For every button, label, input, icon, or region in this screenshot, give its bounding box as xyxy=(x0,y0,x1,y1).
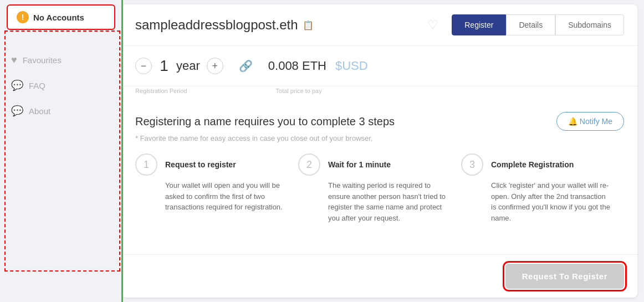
tab-buttons: Register Details Subdomains xyxy=(452,14,624,35)
steps-section: Registering a name requires you to compl… xyxy=(122,101,637,254)
no-accounts-label: No Accounts xyxy=(33,13,84,22)
step-2-title: Wait for 1 minute xyxy=(328,160,391,169)
warning-icon: ! xyxy=(17,11,29,23)
step-1-number: 1 xyxy=(135,153,157,176)
main-content: sampleaddressblogpost.eth 📋 ♡ Register D… xyxy=(122,4,637,298)
step-1-description: Your wallet will open and you will be as… xyxy=(135,180,285,213)
step-1-title: Request to register xyxy=(165,160,236,169)
tab-subdomains[interactable]: Subdomains xyxy=(555,14,624,35)
footer: Request To Register xyxy=(122,254,637,298)
favourite-icon[interactable]: ♡ xyxy=(427,18,438,32)
step-1-header: 1 Request to register xyxy=(135,153,285,176)
period-labels: Registration Period Total price to pay xyxy=(122,86,637,101)
step-2-description: The waiting period is required to ensure… xyxy=(298,180,448,223)
tab-register[interactable]: Register xyxy=(452,14,506,35)
steps-grid: 1 Request to register Your wallet will o… xyxy=(135,153,624,223)
copy-icon[interactable]: 📋 xyxy=(303,20,314,30)
decrease-period-button[interactable]: − xyxy=(135,58,152,74)
heart-icon: ♥ xyxy=(11,54,17,66)
sidebar-green-divider xyxy=(121,0,123,302)
year-count: 1 xyxy=(159,57,170,75)
domain-title: sampleaddressblogpost.eth xyxy=(135,17,298,33)
domain-header: sampleaddressblogpost.eth 📋 ♡ Register D… xyxy=(122,4,637,46)
step-2-number: 2 xyxy=(298,153,320,176)
sidebar-item-label: About xyxy=(29,106,50,116)
about-icon: 💬 xyxy=(11,105,23,117)
sidebar-item-favourites[interactable]: ♥ Favourites xyxy=(0,48,122,73)
faq-icon: 💬 xyxy=(11,79,23,91)
tab-details[interactable]: Details xyxy=(506,14,555,35)
steps-subtitle: * Favorite the name for easy access in c… xyxy=(135,134,624,142)
sidebar-item-label: FAQ xyxy=(29,81,45,90)
sidebar: ! No Accounts ♥ Favourites 💬 FAQ 💬 About xyxy=(0,0,122,302)
sidebar-nav: ♥ Favourites 💬 FAQ 💬 About xyxy=(0,39,122,132)
step-3-title: Complete Registration xyxy=(491,160,574,169)
sidebar-item-label: Favourites xyxy=(23,55,62,65)
total-price-label: Total price to pay xyxy=(276,88,322,94)
step-2: 2 Wait for 1 minute The waiting period i… xyxy=(298,153,461,223)
usd-price: $USD xyxy=(335,59,368,73)
sidebar-item-about[interactable]: 💬 About xyxy=(0,98,122,124)
year-label: year xyxy=(176,59,200,73)
request-to-register-button[interactable]: Request To Register xyxy=(505,264,624,289)
steps-header: Registering a name requires you to compl… xyxy=(135,112,624,131)
step-1: 1 Request to register Your wallet will o… xyxy=(135,153,298,223)
price-section: 0.008 ETH $USD xyxy=(268,59,368,73)
step-2-header: 2 Wait for 1 minute xyxy=(298,153,448,176)
step-3-description: Click 'register' and your wallet will re… xyxy=(461,180,611,223)
period-row: − 1 year + 🔗 0.008 ETH $USD xyxy=(122,46,637,86)
sidebar-item-faq[interactable]: 💬 FAQ xyxy=(0,73,122,98)
eth-price: 0.008 ETH xyxy=(268,59,326,73)
no-accounts-button[interactable]: ! No Accounts xyxy=(7,4,115,30)
chain-icon: 🔗 xyxy=(239,59,253,73)
registration-period-label: Registration Period xyxy=(135,88,187,94)
increase-period-button[interactable]: + xyxy=(207,58,223,74)
period-control: − 1 year + xyxy=(135,57,223,75)
step-3: 3 Complete Registration Click 'register'… xyxy=(461,153,624,223)
domain-name-section: sampleaddressblogpost.eth 📋 xyxy=(135,17,418,33)
steps-title: Registering a name requires you to compl… xyxy=(135,115,395,128)
step-3-number: 3 xyxy=(461,153,483,176)
step-3-header: 3 Complete Registration xyxy=(461,153,611,176)
notify-me-button[interactable]: 🔔 Notify Me xyxy=(556,112,624,131)
